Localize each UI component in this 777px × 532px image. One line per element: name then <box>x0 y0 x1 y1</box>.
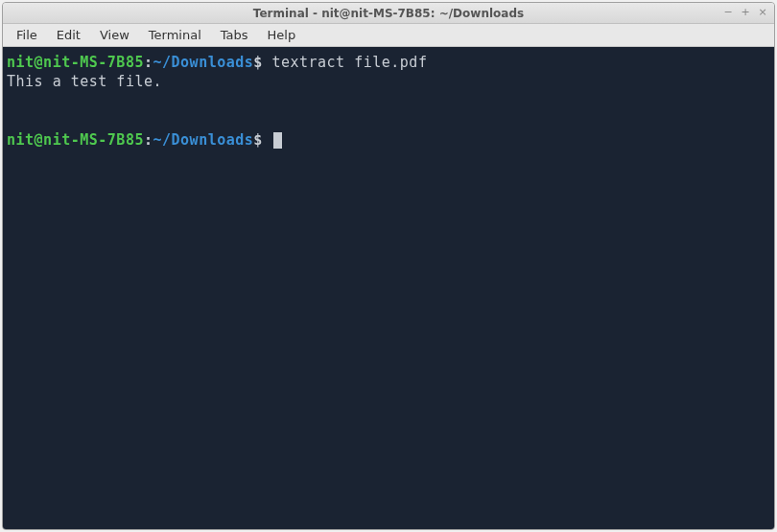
prompt-line-1: nit@nit-MS-7B85:~/Downloads$ textract fi… <box>7 53 770 72</box>
prompt-path: ~/Downloads <box>153 54 254 71</box>
blank-line <box>7 111 770 130</box>
output-line: This a test file. <box>7 72 770 91</box>
menu-view[interactable]: View <box>90 25 139 45</box>
prompt-colon: : <box>144 131 153 149</box>
minimize-button[interactable]: − <box>722 6 734 18</box>
prompt-symbol: $ <box>253 131 263 149</box>
prompt-colon: : <box>144 54 153 71</box>
terminal-window: Terminal - nit@nit-MS-7B85: ~/Downloads … <box>2 2 775 530</box>
prompt-user-host: nit@nit-MS-7B85 <box>7 131 144 149</box>
prompt-line-2: nit@nit-MS-7B85:~/Downloads$ <box>7 130 770 150</box>
menu-file[interactable]: File <box>7 25 47 45</box>
window-controls: − + × <box>722 6 768 18</box>
prompt-symbol: $ <box>253 54 263 71</box>
menubar: File Edit View Terminal Tabs Help <box>3 24 774 47</box>
titlebar: Terminal - nit@nit-MS-7B85: ~/Downloads … <box>3 3 774 24</box>
command-text: textract file.pdf <box>263 54 428 71</box>
terminal-body[interactable]: nit@nit-MS-7B85:~/Downloads$ textract fi… <box>3 47 774 529</box>
cursor <box>273 132 282 149</box>
maximize-button[interactable]: + <box>740 6 751 18</box>
menu-terminal[interactable]: Terminal <box>139 25 211 45</box>
close-button[interactable]: × <box>757 6 768 18</box>
menu-tabs[interactable]: Tabs <box>211 25 258 45</box>
menu-edit[interactable]: Edit <box>47 25 90 45</box>
blank-line <box>7 92 770 111</box>
window-title: Terminal - nit@nit-MS-7B85: ~/Downloads <box>253 7 524 20</box>
prompt-path: ~/Downloads <box>153 131 254 149</box>
menu-help[interactable]: Help <box>258 25 306 45</box>
prompt-user-host: nit@nit-MS-7B85 <box>7 54 144 71</box>
